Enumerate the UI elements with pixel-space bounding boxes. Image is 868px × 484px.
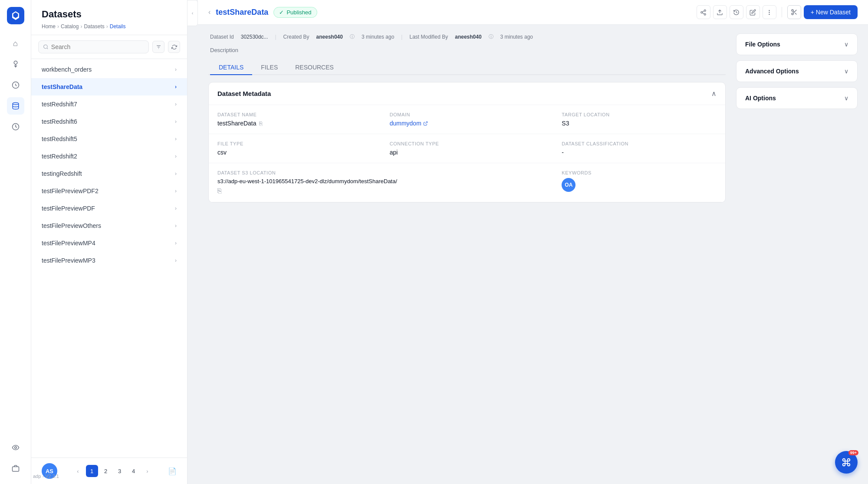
breadcrumb-sep-1: › [57, 23, 59, 30]
search-input[interactable] [51, 43, 144, 50]
page-4-button[interactable]: 4 [128, 465, 140, 477]
nav-filter-icon[interactable] [7, 56, 24, 73]
ai-options-title: AI Options [745, 95, 776, 102]
file-options-title: File Options [745, 41, 780, 48]
field-dataset-name: Dataset Name testShareData ⎘ [209, 105, 381, 134]
svg-point-18 [792, 10, 793, 11]
metadata-card-title: Dataset Metadata [217, 90, 271, 97]
domain-link[interactable]: dummydom [390, 120, 428, 127]
metadata-card-header[interactable]: Dataset Metadata ∧ [209, 82, 725, 105]
dataset-name-label: Dataset Name [217, 112, 372, 117]
list-item[interactable]: testFilePreviewOthers › [31, 217, 187, 234]
info-sep-1: | [275, 34, 276, 40]
dataset-classification-value: - [562, 149, 717, 156]
info-icon-1: ⓘ [350, 33, 355, 40]
breadcrumb-catalog[interactable]: Catalog [61, 23, 79, 30]
list-item[interactable]: testFilePreviewMP3 › [31, 252, 187, 269]
chevron-right-icon: › [175, 188, 177, 194]
advanced-options-header[interactable]: Advanced Options ∨ [736, 61, 857, 82]
nav-box-icon[interactable] [7, 460, 24, 477]
ai-options-header[interactable]: AI Options ∨ [736, 88, 857, 109]
list-item[interactable]: testFilePreviewMP4 › [31, 234, 187, 252]
export-button[interactable] [713, 5, 727, 19]
copy-s3-icon[interactable]: ⎘ [217, 187, 222, 195]
list-item[interactable]: workbench_orders › [31, 61, 187, 78]
chevron-right-icon: › [175, 84, 177, 90]
info-icon-2: ⓘ [489, 33, 493, 40]
svg-line-23 [425, 122, 427, 124]
breadcrumb: Home › Catalog › Datasets › Details [42, 23, 177, 30]
tab-resources[interactable]: RESOURCES [286, 60, 342, 75]
tab-files[interactable]: FILES [252, 60, 286, 75]
advanced-options-title: Advanced Options [745, 68, 799, 75]
copy-dataset-name-icon[interactable]: ⎘ [259, 120, 263, 127]
search-input-wrap[interactable] [38, 40, 149, 53]
list-item[interactable]: testFilePreviewPDF › [31, 200, 187, 217]
chevron-right-icon: › [175, 136, 177, 142]
nav-chart-icon[interactable] [7, 76, 24, 94]
next-page-button[interactable]: › [141, 465, 154, 477]
file-options-card: File Options ∨ [736, 33, 858, 55]
breadcrumb-datasets[interactable]: Datasets [84, 23, 104, 30]
page-3-button[interactable]: 3 [114, 465, 126, 477]
page-1-button[interactable]: 1 [86, 465, 98, 477]
back-button[interactable]: ‹ [208, 8, 210, 16]
edit-button[interactable] [746, 5, 760, 19]
list-item[interactable]: testRedshift6 › [31, 113, 187, 130]
field-file-type: File Type csv [209, 134, 381, 163]
nav-clock-icon[interactable] [7, 118, 24, 135]
filter-button[interactable] [152, 41, 164, 53]
check-icon: ✓ [279, 9, 284, 16]
published-badge: ✓ Published [273, 7, 317, 18]
svg-point-1 [13, 103, 19, 105]
list-item-active[interactable]: testShareData › [31, 78, 187, 95]
share-button[interactable] [697, 5, 710, 19]
list-item[interactable]: testRedshift7 › [31, 95, 187, 113]
list-item[interactable]: testRedshift5 › [31, 130, 187, 148]
refresh-button[interactable] [168, 41, 180, 53]
list-item[interactable]: testingRedshift › [31, 165, 187, 182]
target-location-value: S3 [562, 120, 717, 127]
tab-details[interactable]: DETAILS [210, 60, 252, 75]
file-options-header[interactable]: File Options ∨ [736, 34, 857, 55]
chevron-right-icon: › [175, 153, 177, 159]
description-row: Description [208, 47, 726, 53]
list-item[interactable]: testRedshift2 › [31, 148, 187, 165]
chevron-right-icon: › [175, 66, 177, 72]
history-button[interactable] [730, 5, 743, 19]
scissors-button[interactable] [787, 5, 801, 19]
field-s3-location: Dataset S3 Location s3://adp-eu-west-1-1… [209, 163, 553, 202]
collapse-toggle[interactable]: ‹ [187, 0, 198, 26]
nav-datasets-icon[interactable] [7, 97, 24, 115]
breadcrumb-home[interactable]: Home [42, 23, 56, 30]
version-text: adp - V2.2.1 [33, 474, 59, 479]
field-domain: Domain dummydom [381, 105, 553, 134]
field-keywords: Keywords OA [553, 163, 725, 202]
collapse-icon[interactable]: ∧ [711, 89, 717, 98]
dataset-id-value: 302530dc... [241, 34, 268, 40]
app-logo[interactable] [7, 7, 24, 24]
new-dataset-button[interactable]: + New Dataset [804, 5, 858, 19]
search-icon [43, 44, 49, 50]
file-type-label: File Type [217, 141, 372, 146]
ai-options-chevron: ∨ [844, 95, 848, 102]
prev-page-button[interactable]: ‹ [72, 465, 84, 477]
dataset-classification-label: Dataset Classification [562, 141, 717, 146]
dataset-title[interactable]: testShareData [216, 8, 268, 17]
field-connection-type: Connection Type api [381, 134, 553, 163]
page-2-button[interactable]: 2 [100, 465, 112, 477]
more-options-button[interactable] [763, 5, 776, 19]
nav-waves-icon[interactable] [7, 439, 24, 456]
detail-main: Dataset Id 302530dc... | Created By anee… [208, 33, 726, 475]
connection-type-value: api [390, 149, 545, 156]
fab-button[interactable]: 99+ [835, 451, 858, 474]
list-item[interactable]: testFilePreviewPDF2 › [31, 182, 187, 200]
svg-point-9 [704, 10, 706, 11]
svg-point-15 [769, 10, 769, 10]
nav-home-icon[interactable]: ⌂ [7, 35, 24, 52]
top-bar-left: ‹ testShareData ✓ Published [208, 7, 317, 18]
svg-line-13 [703, 11, 704, 12]
keyword-badge[interactable]: OA [562, 178, 575, 192]
breadcrumb-sep-2: › [80, 23, 82, 30]
right-panel: File Options ∨ Advanced Options ∨ AI Opt… [736, 33, 858, 475]
